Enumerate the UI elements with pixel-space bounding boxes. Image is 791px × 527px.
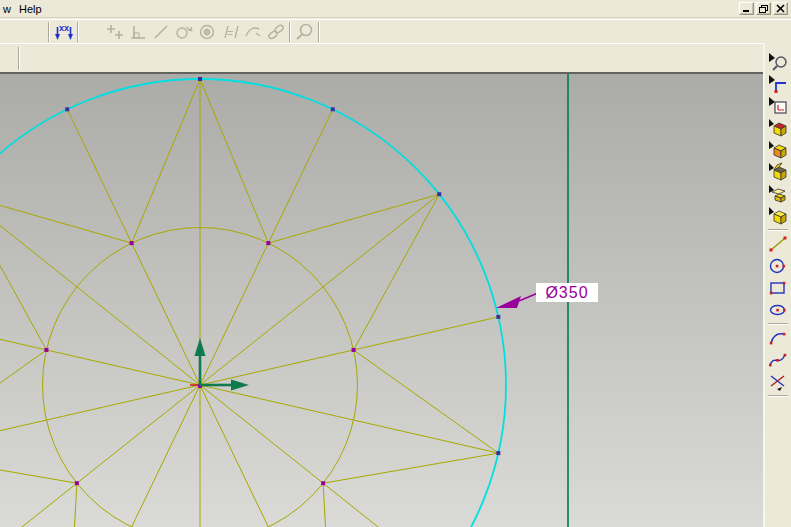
toolbar-separator (768, 395, 788, 397)
toolbar-empty-row (0, 43, 763, 72)
radial-spoke (200, 194, 439, 385)
zoom-to-selection-icon (767, 52, 789, 72)
menu-item-help[interactable]: Help (17, 1, 48, 17)
tooth-edge (200, 79, 268, 243)
menu-item-partial[interactable]: w (0, 1, 17, 17)
toolbar-separator (289, 22, 291, 42)
view-cube-front-icon (767, 118, 789, 138)
radial-spoke (67, 109, 200, 385)
rectangle-tool-button[interactable] (766, 277, 790, 299)
tooth-edge (354, 350, 499, 453)
sketch-toolbar (763, 43, 791, 527)
sketch-point-outer (496, 451, 500, 455)
parallel-relation-button[interactable] (218, 21, 241, 43)
tooth-edge (268, 194, 439, 243)
tangent-arc-relation-icon (242, 22, 264, 42)
restore-icon (758, 4, 769, 14)
concentric-relation-button[interactable] (195, 21, 218, 43)
sketch-point-inner (75, 481, 79, 485)
radial-spoke (200, 109, 333, 385)
restore-button[interactable] (756, 2, 771, 15)
line-relation-button[interactable] (149, 21, 172, 43)
application-window: w Help xx (0, 0, 791, 527)
tooth-edge (0, 453, 77, 483)
close-icon (775, 4, 786, 14)
sketch-point-inner (44, 348, 48, 352)
view-box-open-button[interactable] (766, 161, 790, 183)
perpendicular-relation-icon (127, 22, 149, 42)
sketch-point-outer (331, 107, 335, 111)
view-cube-icon (767, 206, 789, 226)
tangent-relation-icon (173, 22, 195, 42)
toolbar-separator (48, 22, 50, 42)
perpendicular-relation-button[interactable] (126, 21, 149, 43)
add-relations-button[interactable] (103, 21, 126, 43)
tangent-relation-button[interactable] (172, 21, 195, 43)
magnifier-icon (294, 22, 316, 42)
circle-tool-icon (767, 256, 789, 276)
parallel-relation-icon (219, 22, 241, 42)
spline-tool-button[interactable] (766, 349, 790, 371)
sketch-point-outer (496, 315, 500, 319)
close-button[interactable] (773, 2, 788, 15)
line-relation-icon (150, 22, 172, 42)
radial-spoke (200, 317, 498, 385)
attach-relation-button[interactable] (264, 21, 287, 43)
view-plate-cube-icon (767, 184, 789, 204)
trim-tool-icon (767, 372, 789, 392)
sketch-point-inner (352, 348, 356, 352)
arc-tool-icon (767, 328, 789, 348)
tangent-arc-relation-button[interactable] (241, 21, 264, 43)
radial-spoke (200, 385, 498, 453)
sketch-plane-button[interactable] (766, 95, 790, 117)
rectangle-tool-icon (767, 278, 789, 298)
toolbar-relations: xx (0, 19, 791, 43)
ellipse-tool-icon (767, 300, 789, 320)
view-cube-button[interactable] (766, 205, 790, 227)
view-cube-shaded-button[interactable] (766, 139, 790, 161)
trim-tool-button[interactable] (766, 371, 790, 393)
window-controls (739, 2, 788, 15)
radial-spoke (0, 385, 200, 453)
diameter-dimension-label[interactable]: Ø350 (536, 283, 598, 302)
spline-tool-icon (767, 350, 789, 370)
radial-spoke (67, 385, 200, 527)
toolbar-handle[interactable] (18, 47, 20, 70)
sketch-point-outer (198, 77, 202, 81)
sketch-plane-icon (767, 96, 789, 116)
normal-to-button[interactable] (766, 73, 790, 95)
toolbar-separator (77, 22, 79, 42)
ellipse-tool-button[interactable] (766, 299, 790, 321)
radial-spoke (200, 385, 439, 527)
sketch-point-inner (321, 481, 325, 485)
magnifier-button[interactable] (293, 21, 316, 43)
view-cube-front-button[interactable] (766, 117, 790, 139)
origin-x-arrowhead (231, 380, 249, 391)
minimize-button[interactable] (739, 2, 754, 15)
dimension-arrowhead (496, 296, 521, 308)
radial-spoke (0, 317, 200, 385)
toolbar-separator (768, 229, 788, 231)
attach-relation-icon (265, 22, 287, 42)
menu-bar: w Help (0, 0, 791, 18)
view-box-open-icon (767, 162, 789, 182)
toolbar-separator (318, 22, 320, 42)
smart-dimension-button[interactable]: xx (52, 21, 75, 43)
dimension-xx-label: xx (58, 23, 68, 33)
tooth-edge (132, 79, 200, 243)
sketch-point-inner (130, 241, 134, 245)
radial-spoke (0, 194, 200, 385)
arc-tool-button[interactable] (766, 327, 790, 349)
graphics-viewport[interactable]: Ø350 (0, 74, 763, 527)
toolbar-separator (768, 323, 788, 325)
view-plate-cube-button[interactable] (766, 183, 790, 205)
concentric-relation-icon (196, 22, 218, 42)
sketch-point-outer (437, 192, 441, 196)
normal-to-icon (767, 74, 789, 94)
sketch-canvas[interactable] (0, 74, 763, 527)
add-relations-icon (104, 22, 126, 42)
circle-tool-button[interactable] (766, 255, 790, 277)
line-tool-icon (767, 234, 789, 254)
zoom-to-selection-button[interactable] (766, 51, 790, 73)
line-tool-button[interactable] (766, 233, 790, 255)
